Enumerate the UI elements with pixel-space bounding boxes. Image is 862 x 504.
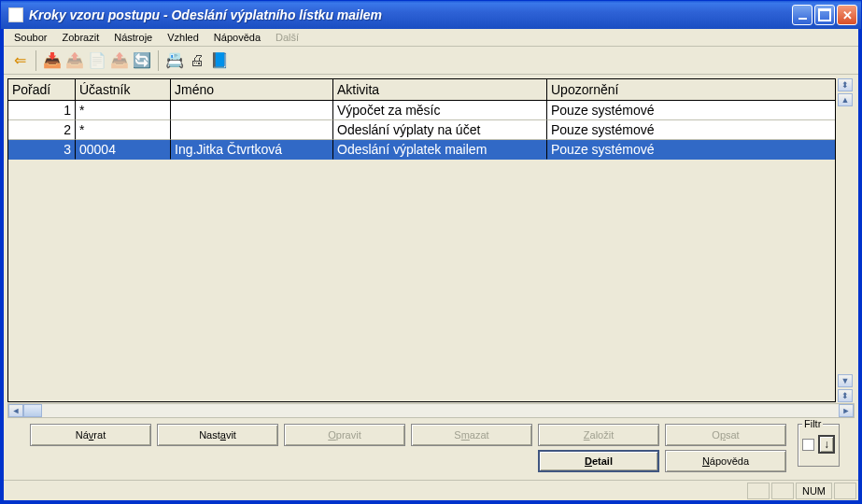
col-ucastnik[interactable]: Účastník	[76, 79, 171, 100]
close-button[interactable]: ✕	[837, 5, 857, 25]
grid-header: Pořadí Účastník Jméno Aktivita Upozorněn…	[8, 79, 835, 101]
window-buttons: ✕	[792, 5, 857, 25]
toolbar-separator	[158, 50, 159, 71]
statusbar: NUM	[4, 480, 858, 500]
cell-upozorneni: Pouze systémové	[547, 140, 835, 160]
detail-button[interactable]: Detail	[538, 450, 659, 472]
hscroll-track[interactable]	[42, 404, 839, 417]
opravit-button[interactable]: Opravit	[284, 424, 405, 446]
cell-poradi: 3	[8, 140, 76, 160]
toolbar: ⇐📥📤📄📤🔄📇🖨📘	[4, 47, 858, 75]
grid-body: 1*Výpočet za měsícPouze systémové2*Odesl…	[8, 101, 835, 401]
napoveda-button[interactable]: Nápověda	[665, 450, 786, 472]
table-row[interactable]: 1*Výpočet za měsícPouze systémové	[8, 101, 835, 120]
cell-aktivita: Odeslání výplatek mailem	[333, 140, 547, 160]
status-cell-2	[771, 483, 794, 499]
content: Pořadí Účastník Jméno Aktivita Upozorněn…	[4, 75, 858, 480]
cell-jmeno	[171, 120, 333, 140]
table-row[interactable]: 2*Odeslání výplaty na účetPouze systémov…	[8, 120, 835, 140]
cell-upozorneni: Pouze systémové	[547, 101, 835, 120]
menubar: Soubor Zobrazit Nástroje Vzhled Nápověda…	[4, 29, 858, 47]
page-icon: 📄	[87, 50, 107, 71]
zalozit-button[interactable]: Založit	[538, 424, 659, 446]
button-grid: Návrat Nastavit Opravit Smazat Založit O…	[30, 424, 786, 472]
status-cell-4	[834, 483, 856, 499]
cell-poradi: 2	[8, 120, 76, 140]
refresh-icon[interactable]: 🔄	[132, 50, 152, 71]
navrat-button[interactable]: Návrat	[30, 424, 151, 446]
opsat-button[interactable]: Opsat	[665, 424, 786, 446]
vscroll-buttons: ⬍ ▲ ▼ ⬍	[838, 78, 855, 402]
cell-aktivita: Odeslání výplaty na účet	[333, 120, 547, 140]
scroll-top-icon[interactable]: ⬍	[838, 78, 853, 91]
menu-soubor[interactable]: Soubor	[7, 31, 53, 44]
titlebar: Kroky vzoru postupu - Odeslání výplatníh…	[1, 1, 861, 29]
doc-in-icon[interactable]: 📥	[42, 50, 63, 71]
scroll-bottom-icon[interactable]: ⬍	[838, 389, 853, 402]
cell-ucastnik: *	[76, 101, 171, 120]
scroll-down-icon[interactable]: ▼	[838, 374, 853, 387]
cell-aktivita: Výpočet za měsíc	[333, 101, 547, 120]
calc-icon[interactable]: 📇	[164, 50, 185, 71]
status-cell-1	[747, 483, 770, 499]
filter-checkbox[interactable]	[802, 439, 814, 451]
cell-ucastnik: *	[76, 120, 171, 140]
cell-jmeno	[171, 101, 333, 120]
nastavit-button[interactable]: Nastavit	[157, 424, 278, 446]
scroll-up-icon[interactable]: ▲	[838, 93, 853, 106]
col-aktivita[interactable]: Aktivita	[333, 79, 547, 100]
filter-label: Filtr	[802, 418, 823, 429]
col-jmeno[interactable]: Jméno	[171, 79, 333, 100]
filter-dropdown-button[interactable]: ↓	[818, 435, 835, 454]
cell-jmeno: Ing.Jitka Čtvrtková	[171, 140, 333, 160]
grid-wrap: Pořadí Účastník Jméno Aktivita Upozorněn…	[7, 78, 855, 402]
button-row: Návrat Nastavit Opravit Smazat Založit O…	[7, 418, 855, 476]
status-num: NUM	[796, 483, 832, 499]
menu-nastroje[interactable]: Nástroje	[107, 31, 159, 44]
back-arrow-icon[interactable]: ⇐	[9, 50, 30, 71]
doc-out-icon: 📤	[64, 50, 85, 71]
hscroll-thumb[interactable]	[23, 404, 42, 417]
cell-ucastnik: 00004	[76, 140, 171, 160]
print-icon[interactable]: 🖨	[187, 50, 207, 71]
app-icon	[8, 7, 23, 22]
col-upozorneni[interactable]: Upozornění	[547, 79, 835, 100]
hscrollbar[interactable]: ◄ ►	[7, 403, 855, 418]
toolbar-separator	[35, 50, 36, 71]
cell-upozorneni: Pouze systémové	[547, 120, 835, 140]
smazat-button[interactable]: Smazat	[411, 424, 532, 446]
book-icon[interactable]: 📘	[209, 50, 230, 71]
col-poradi[interactable]: Pořadí	[8, 79, 76, 100]
menu-vzhled[interactable]: Vzhled	[161, 31, 205, 44]
menu-dalsi: Další	[269, 31, 305, 44]
window-title: Kroky vzoru postupu - Odeslání výplatníh…	[29, 7, 792, 22]
maximize-button[interactable]	[814, 5, 835, 25]
scroll-right-icon[interactable]: ►	[839, 404, 854, 417]
filter-box: Filtr ↓	[798, 424, 840, 467]
menu-zobrazit[interactable]: Zobrazit	[55, 31, 106, 44]
table-row[interactable]: 300004Ing.Jitka ČtvrtkováOdeslání výplat…	[8, 140, 835, 160]
scroll-left-icon[interactable]: ◄	[8, 404, 23, 417]
cell-poradi: 1	[8, 101, 76, 120]
client-area: Soubor Zobrazit Nástroje Vzhled Nápověda…	[4, 29, 858, 500]
minimize-button[interactable]	[792, 5, 813, 25]
menu-napoveda[interactable]: Nápověda	[207, 31, 267, 44]
app-window: Kroky vzoru postupu - Odeslání výplatníh…	[0, 0, 862, 504]
grid: Pořadí Účastník Jméno Aktivita Upozorněn…	[7, 78, 836, 402]
page-out-icon: 📤	[109, 50, 130, 71]
